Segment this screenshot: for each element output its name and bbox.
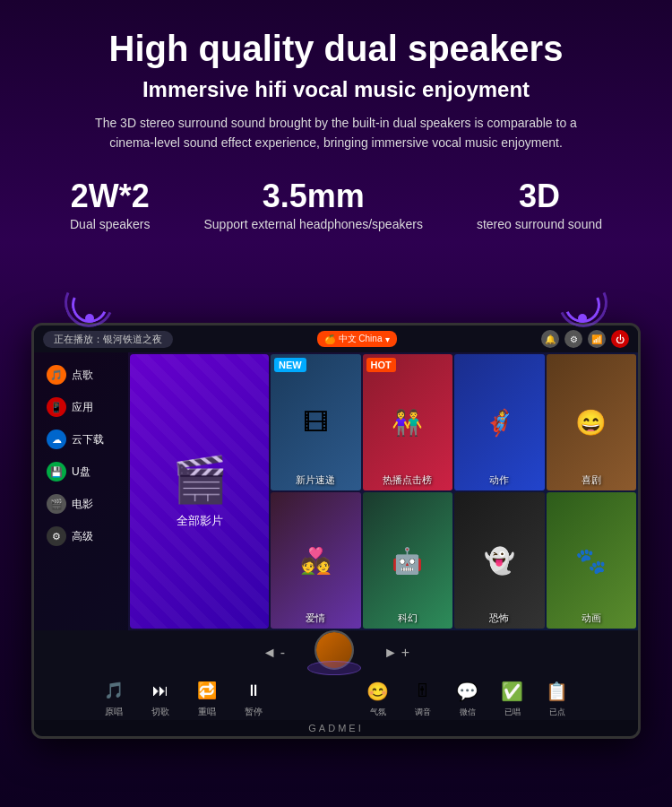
sidebar-item-usb[interactable]: 💾 U盘 (38, 456, 125, 487)
atmosphere-button[interactable]: 😊 气氛 (360, 678, 396, 718)
next-song-icon: ⏭ (144, 677, 177, 704)
featured-label: 全部影片 (177, 513, 223, 529)
cell-action-label: 动作 (454, 473, 545, 487)
cell-romance-label: 爱情 (271, 612, 361, 625)
cell-hot-label: 热播点击榜 (363, 473, 453, 487)
cell-comedy-img: 😄 (547, 354, 637, 490)
sidebar-item-apps[interactable]: 📱 应用 (38, 392, 125, 422)
cell-new-img: 🎞 (271, 354, 361, 490)
top-bar: 正在播放：银河铁道之夜 🍊 中文 China ▾ 🔔 ⚙ 📶 ⏻ (34, 325, 638, 352)
spec-3d-value: 3D (477, 180, 602, 213)
cell-horror-label: 恐怖 (454, 612, 545, 625)
queued-button[interactable]: 📋 已点 (539, 678, 575, 718)
speaker-left-arcs (58, 278, 121, 323)
sidebar-item-movie[interactable]: 🎬 电影 (38, 489, 125, 519)
queued-icon: 📋 (539, 678, 575, 705)
header-section: High quality dual speakers Immersive hif… (0, 0, 672, 269)
cell-new-label: 新片速递 (271, 473, 361, 487)
sidebar-label-movie: 电影 (72, 497, 93, 512)
cell-new[interactable]: 🎞 NEW 新片速递 (271, 354, 361, 490)
sung-button[interactable]: ✅ 已唱 (495, 678, 530, 718)
cell-scifi-img: 🤖 (363, 492, 453, 629)
sidebar-label-song: 点歌 (72, 368, 93, 383)
advanced-icon: ⚙ (47, 526, 66, 546)
cell-comedy[interactable]: 😄 喜剧 (547, 354, 637, 490)
now-playing-text: 正在播放：银河铁道之夜 (54, 333, 162, 346)
cell-action-img: 🦸 (454, 354, 545, 490)
film-reel-icon: 🎬 (172, 454, 228, 506)
power-icon[interactable]: ⏻ (611, 330, 629, 348)
tuning-icon: 🎚 (405, 678, 441, 705)
sidebar-item-advanced[interactable]: ⚙ 高级 (38, 521, 125, 551)
cell-scifi[interactable]: 🤖 科幻 (363, 492, 453, 629)
flag-icon: 🍊 (324, 334, 335, 344)
sung-icon: ✅ (495, 678, 530, 705)
sidebar-item-cloud[interactable]: ☁ 云下载 (38, 424, 125, 455)
device-wrapper: 正在播放：银河铁道之夜 🍊 中文 China ▾ 🔔 ⚙ 📶 ⏻ 🎵 点歌 (31, 269, 641, 739)
spec-headphone-label: Support external headphones/speakers (204, 216, 423, 234)
content-grid: 🎬 全部影片 🎞 NEW 新片速递 👫 HOT 热播点击榜 🦸 动作 (128, 352, 638, 630)
cell-romance-img: 💑 (271, 492, 361, 629)
volume-up[interactable]: ► + (383, 645, 409, 661)
repeat-icon: 🔁 (191, 677, 223, 704)
monitor: 正在播放：银河铁道之夜 🍊 中文 China ▾ 🔔 ⚙ 📶 ⏻ 🎵 点歌 (31, 323, 641, 739)
pause-icon: ⏸ (237, 677, 270, 704)
disc-shadow (307, 661, 361, 675)
notification-icon[interactable]: 🔔 (541, 330, 559, 348)
cell-horror-img: 👻 (454, 492, 545, 629)
chevron-down-icon: ▾ (385, 334, 390, 344)
repeat-label: 重唱 (198, 706, 216, 718)
cell-scifi-label: 科幻 (363, 612, 453, 625)
settings-icon[interactable]: ⚙ (564, 330, 582, 348)
vol-up-icon: ► (383, 645, 398, 661)
spec-power-label: Dual speakers (70, 216, 151, 234)
speaker-left-dot (85, 314, 94, 323)
brand-name: GADMEI (308, 723, 363, 733)
wechat-label: 微信 (460, 707, 476, 718)
cell-anime[interactable]: 🐾 动画 (547, 492, 637, 629)
repeat-button[interactable]: 🔁 重唱 (191, 677, 223, 718)
apps-icon: 📱 (47, 397, 66, 417)
wifi-icon[interactable]: 📶 (588, 330, 606, 348)
wechat-button[interactable]: 💬 微信 (450, 678, 486, 718)
sidebar: 🎵 点歌 📱 应用 ☁ 云下载 💾 U盘 🎬 电影 (34, 352, 128, 630)
atmosphere-label: 气氛 (370, 707, 386, 718)
cell-horror[interactable]: 👻 恐怖 (454, 492, 545, 629)
sidebar-item-song[interactable]: 🎵 点歌 (38, 360, 125, 390)
language-selector[interactable]: 🍊 中文 China ▾ (317, 331, 398, 347)
play-original-label: 原唱 (105, 706, 123, 718)
play-original-button[interactable]: 🎵 原唱 (98, 677, 130, 718)
featured-cell[interactable]: 🎬 全部影片 (130, 354, 269, 629)
cell-romance[interactable]: 💑 爱情 (271, 492, 361, 629)
volume-down[interactable]: ◄ - (263, 645, 285, 661)
language-label: 中文 China (339, 333, 383, 345)
cell-hot[interactable]: 👫 HOT 热播点击榜 (363, 354, 453, 490)
spec-3d: 3D stereo surround sound (477, 180, 602, 234)
pause-label: 暂停 (245, 706, 263, 718)
top-icons: 🔔 ⚙ 📶 ⏻ (541, 330, 629, 348)
speaker-right-dot (578, 314, 587, 323)
song-icon: 🎵 (47, 365, 66, 385)
main-title: High quality dual speakers (36, 27, 636, 70)
queued-label: 已点 (549, 707, 565, 718)
movie-icon: 🎬 (47, 494, 66, 514)
spec-headphone-value: 3.5mm (204, 180, 423, 213)
cloud-icon: ☁ (47, 430, 66, 449)
cell-hot-img: 👫 (363, 354, 453, 490)
speaker-right-arcs (551, 278, 614, 323)
pause-button[interactable]: ⏸ 暂停 (237, 677, 270, 718)
wechat-icon: 💬 (450, 678, 486, 705)
disc-player (303, 630, 366, 675)
spec-headphone: 3.5mm Support external headphones/speake… (204, 180, 423, 234)
cell-new-badge: NEW (274, 358, 306, 372)
cell-action[interactable]: 🦸 动作 (454, 354, 545, 490)
vol-down-label: - (280, 645, 285, 661)
next-song-button[interactable]: ⏭ 切歌 (144, 677, 177, 718)
tuning-label: 调音 (415, 707, 431, 718)
tuning-button[interactable]: 🎚 调音 (405, 678, 441, 718)
sidebar-label-advanced: 高级 (72, 529, 93, 544)
player-bar: ◄ - ► + (34, 630, 638, 720)
player-top: ◄ - ► + (34, 630, 638, 675)
usb-icon: 💾 (47, 462, 66, 482)
specs-row: 2W*2 Dual speakers 3.5mm Support externa… (36, 171, 636, 252)
